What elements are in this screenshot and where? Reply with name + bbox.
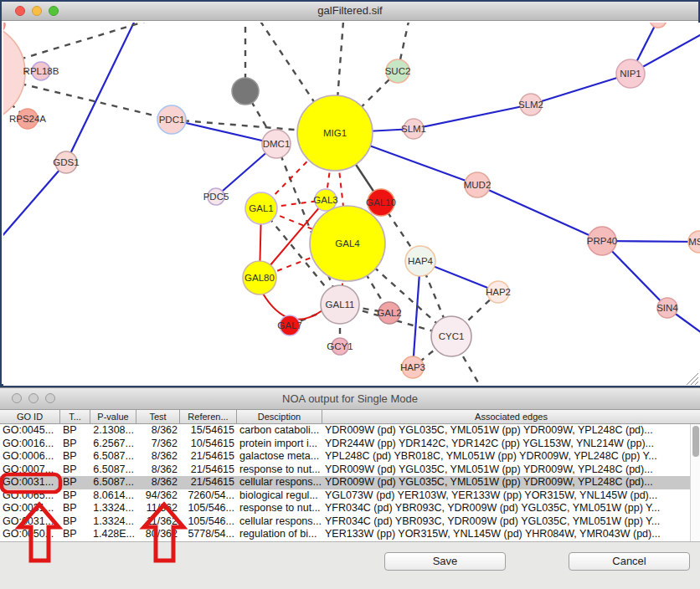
table-row-selected[interactable]: GO:0031...BP6.5087...8/36221/54615cellul… (0, 476, 700, 489)
table-row[interactable]: GO:0045...BP2.1308...8/36215/54615carbon… (0, 424, 700, 438)
network-view[interactable]: RPL18BRPS24AGDS1PDC1DMC1MIG1SUC2SLM1SLM2… (3, 23, 700, 386)
cell-type[interactable]: BP (60, 476, 90, 489)
column-header-go-id[interactable]: GO ID (0, 410, 60, 423)
cell-type[interactable]: BP (60, 424, 90, 438)
cell-type[interactable]: BP (60, 450, 90, 464)
cell-edges[interactable]: YFR034C (pd) YBR093C, YDR009W (pd) YGL03… (322, 515, 700, 529)
table-row[interactable]: GO:0065...BP8.0614...94/3627260/54...bio… (0, 489, 700, 503)
cell-reference[interactable]: 21/54615 (180, 464, 237, 477)
cell-test[interactable]: 8/362 (136, 450, 180, 464)
cell-description[interactable]: cellular respons... (237, 515, 322, 529)
cell-edges[interactable]: YDR009W (pd) YGL035C, YML051W (pp) YDR00… (322, 476, 700, 489)
cell-reference[interactable]: 7260/54... (180, 489, 237, 503)
network-window-titlebar[interactable]: galFiltered.sif (2, 2, 698, 21)
cell-reference[interactable]: 21/54615 (180, 476, 237, 489)
node-gray[interactable] (232, 78, 259, 105)
cell-goid[interactable]: GO:0007... (0, 464, 60, 477)
column-header-desciption[interactable]: Desciption (237, 410, 322, 423)
cell-edges[interactable]: YER133W (pp) YOR315W, YNL145W (pd) YHR08… (322, 528, 700, 541)
save-button[interactable]: Save (384, 552, 506, 571)
cell-type[interactable]: BP (60, 464, 90, 477)
node-bigl[interactable] (3, 23, 25, 123)
minimize-button-inactive[interactable] (28, 393, 39, 403)
table-row[interactable]: GO:0016...BP6.2567...7/36210/54615protei… (0, 438, 700, 451)
cell-pvalue[interactable]: 6.5087... (90, 476, 136, 489)
cell-description[interactable]: response to nut... (237, 502, 322, 515)
cell-reference[interactable]: 21/54615 (180, 450, 237, 464)
cell-reference[interactable]: 105/546... (180, 515, 237, 529)
column-header-associated-edges[interactable]: Associated edges (322, 410, 700, 423)
cell-test[interactable]: 8/362 (136, 424, 180, 438)
cell-reference[interactable]: 10/54615 (180, 438, 237, 451)
zoom-button[interactable] (49, 6, 59, 16)
cell-goid[interactable]: GO:0065... (0, 489, 60, 503)
cell-reference[interactable]: 15/54615 (180, 424, 237, 438)
cell-pvalue[interactable]: 2.1308... (90, 424, 136, 438)
cell-goid[interactable]: GO:0006... (0, 450, 60, 464)
cell-goid[interactable]: GO:0031... (0, 515, 60, 529)
cell-edges[interactable]: YFR034C (pd) YBR093C, YDR009W (pd) YGL03… (322, 502, 700, 515)
zoom-button-inactive[interactable] (45, 393, 55, 403)
cell-pvalue[interactable]: 6.2567... (90, 438, 136, 451)
cell-goid[interactable]: GO:0031... (0, 502, 60, 515)
table-row[interactable]: GO:0006...BP6.5087...8/36221/54615galact… (0, 450, 700, 464)
cell-reference[interactable]: 5778/54... (180, 528, 237, 541)
column-header-referen-[interactable]: Referen... (180, 410, 237, 423)
cell-description[interactable]: regulation of bi... (237, 528, 322, 541)
cell-edges[interactable]: YGL073W (pd) YER103W, YER133W (pp) YOR31… (322, 489, 700, 503)
cell-edges[interactable]: YPL248C (pd) YBR018C, YML051W (pp) YDR00… (322, 450, 700, 464)
cell-test[interactable]: 7/362 (136, 438, 180, 451)
cell-goid[interactable]: GO:0050... (0, 528, 60, 541)
column-header-test[interactable]: Test (136, 410, 180, 423)
cell-goid[interactable]: GO:0045... (0, 424, 60, 438)
cell-pvalue[interactable]: 1.3324... (90, 515, 136, 529)
cell-type[interactable]: BP (60, 528, 90, 541)
noa-window-titlebar[interactable]: NOA output for Single Mode (0, 388, 700, 410)
cell-reference[interactable]: 105/546... (180, 502, 237, 515)
resize-grip[interactable] (691, 377, 698, 385)
scrollbar-thumb[interactable] (692, 426, 699, 457)
cell-test[interactable]: 94/362 (136, 489, 180, 503)
cell-test[interactable]: 80/362 (136, 528, 180, 541)
close-button-inactive[interactable] (12, 393, 22, 403)
column-header-p-value[interactable]: P-value (90, 410, 136, 423)
cell-type[interactable]: BP (60, 438, 90, 451)
cell-edges[interactable]: YDR009W (pd) YGL035C, YML051W (pp) YDR00… (322, 424, 700, 438)
noa-table-body[interactable]: GO:0045...BP2.1308...8/36215/54615carbon… (0, 424, 700, 542)
node-corner[interactable] (3, 23, 5, 32)
cell-pvalue[interactable]: 8.0614... (90, 489, 136, 503)
cancel-button[interactable]: Cancel (569, 552, 690, 571)
cell-type[interactable]: BP (60, 489, 90, 503)
cell-test[interactable]: 11/362 (136, 502, 180, 515)
cell-test[interactable]: 8/362 (136, 464, 180, 477)
cell-goid[interactable]: GO:0031... (0, 476, 60, 489)
cell-edges[interactable]: YDR244W (pp) YDR142C, YDR142C (pp) YGL15… (322, 438, 700, 451)
table-row[interactable]: GO:0031...BP1.3324...11/362105/546...cel… (0, 515, 700, 529)
node-tr[interactable] (650, 23, 667, 28)
cell-edges[interactable]: YDR009W (pd) YGL035C, YML051W (pp) YDR00… (322, 464, 700, 477)
cell-goid[interactable]: GO:0016... (0, 438, 60, 451)
cell-description[interactable]: biological regul... (237, 489, 322, 503)
cell-description[interactable]: cellular respons... (237, 476, 322, 489)
cell-test[interactable]: 8/362 (136, 476, 180, 489)
cell-pvalue[interactable]: 6.5087... (90, 450, 136, 464)
close-button[interactable] (15, 6, 25, 16)
vertical-scrollbar[interactable] (690, 424, 700, 541)
cell-description[interactable]: galactose meta... (237, 450, 322, 464)
table-row[interactable]: GO:0050...BP1.428E...80/3625778/54...reg… (0, 528, 700, 541)
cell-pvalue[interactable]: 1.3324... (90, 502, 136, 515)
table-row[interactable]: GO:0031...BP1.3324...11/362105/546...res… (0, 502, 700, 515)
resize-grip[interactable] (695, 382, 698, 385)
cell-description[interactable]: protein import i... (237, 438, 322, 451)
cell-description[interactable]: carbon cataboli... (237, 424, 322, 438)
table-header[interactable]: GO IDT...P-valueTestReferen...Desciption… (0, 410, 700, 424)
table-row[interactable]: GO:0007...BP6.5087...8/36221/54615respon… (0, 464, 700, 477)
cell-test[interactable]: 11/362 (136, 515, 180, 529)
cell-type[interactable]: BP (60, 502, 90, 515)
network-canvas[interactable]: RPL18BRPS24AGDS1PDC1DMC1MIG1SUC2SLM1SLM2… (3, 23, 700, 386)
cell-pvalue[interactable]: 1.428E... (90, 528, 136, 541)
column-header-t-[interactable]: T... (60, 410, 90, 423)
cell-description[interactable]: response to nut... (237, 464, 322, 477)
cell-type[interactable]: BP (60, 515, 90, 529)
cell-pvalue[interactable]: 6.5087... (90, 464, 136, 477)
